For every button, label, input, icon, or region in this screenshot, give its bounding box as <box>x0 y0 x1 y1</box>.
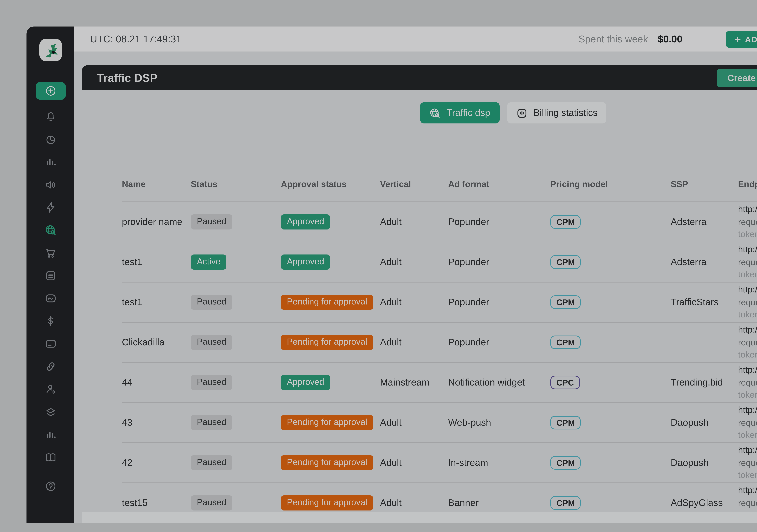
screen: UTC: 08.21 17:49:31 Spent this week $0.0… <box>0 0 757 532</box>
tour-dim-overlay <box>0 0 757 532</box>
